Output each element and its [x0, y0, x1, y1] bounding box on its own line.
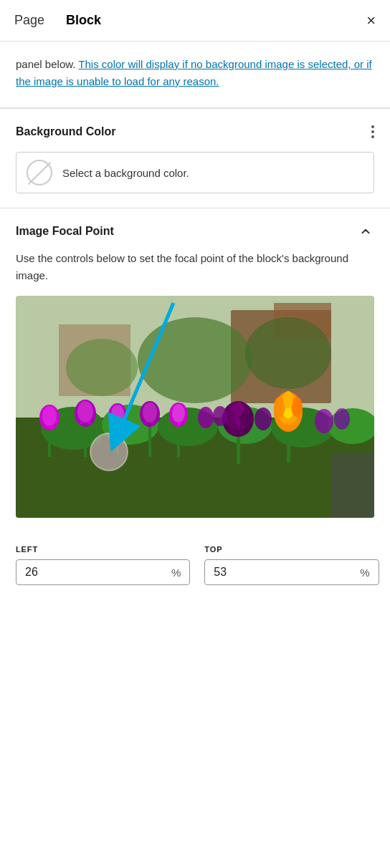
top-unit: % — [360, 566, 369, 579]
tab-page[interactable]: Page — [14, 13, 44, 28]
description-partial: panel below. — [16, 58, 78, 70]
svg-point-43 — [198, 407, 214, 428]
svg-point-20 — [42, 406, 57, 426]
background-color-title: Background Color — [16, 125, 116, 138]
chevron-up-icon — [359, 225, 372, 238]
left-input[interactable] — [25, 566, 168, 579]
svg-point-6 — [66, 339, 138, 396]
svg-point-45 — [255, 408, 272, 430]
background-image — [16, 296, 374, 518]
panel-header: Page Block × — [0, 0, 390, 42]
top-input[interactable] — [214, 566, 357, 579]
svg-point-42 — [283, 391, 293, 408]
collapse-button[interactable] — [357, 223, 374, 240]
focal-point-image-container[interactable] — [16, 296, 374, 518]
svg-point-26 — [143, 402, 157, 423]
close-button[interactable]: × — [366, 13, 376, 29]
background-color-section: Background Color Select a background col… — [0, 109, 390, 208]
options-menu-button[interactable] — [371, 123, 374, 140]
no-color-icon — [27, 160, 52, 185]
focal-point-header: Image Focal Point — [16, 223, 374, 240]
left-coord-group: LEFT % — [16, 545, 190, 585]
svg-point-47 — [334, 408, 350, 430]
left-input-wrap: % — [16, 559, 190, 585]
description-section: panel below. This color will display if … — [0, 42, 390, 108]
svg-point-49 — [90, 433, 128, 471]
focal-point-title: Image Focal Point — [16, 225, 114, 238]
focal-point-controls: LEFT % TOP % — [0, 545, 390, 602]
dot-2 — [371, 130, 374, 133]
color-picker-button[interactable]: Select a background color. — [16, 152, 374, 193]
background-color-header: Background Color — [16, 123, 374, 140]
svg-point-44 — [213, 406, 227, 426]
left-label: LEFT — [16, 545, 190, 554]
svg-point-5 — [245, 317, 331, 389]
dot-1 — [371, 125, 374, 128]
svg-point-22 — [77, 401, 93, 423]
top-coord-group: TOP % — [204, 545, 379, 585]
svg-rect-48 — [331, 453, 374, 518]
top-input-wrap: % — [204, 559, 379, 585]
description-text: panel below. This color will display if … — [16, 56, 374, 90]
top-label: TOP — [204, 545, 379, 554]
focal-point-section: Image Focal Point Use the controls below… — [0, 208, 390, 545]
dot-3 — [371, 135, 374, 138]
tab-block[interactable]: Block — [66, 13, 101, 28]
focal-point-description: Use the controls below to set the focal … — [16, 250, 374, 284]
svg-point-4 — [138, 317, 252, 403]
left-unit: % — [171, 566, 181, 579]
svg-point-28 — [172, 404, 185, 423]
svg-point-35 — [232, 402, 244, 416]
svg-point-46 — [315, 409, 333, 433]
color-picker-label: Select a background color. — [62, 167, 189, 179]
